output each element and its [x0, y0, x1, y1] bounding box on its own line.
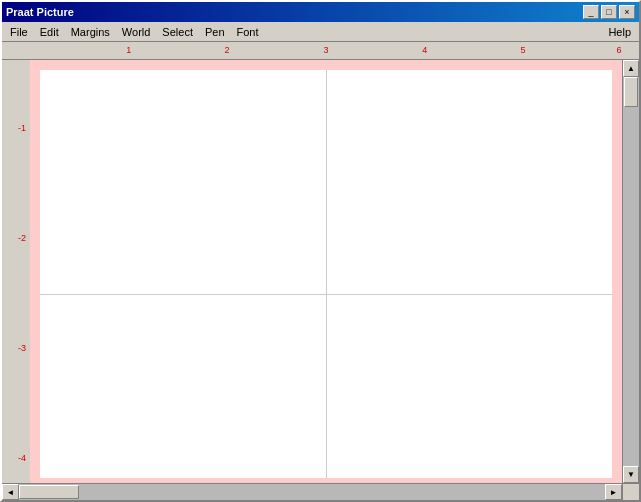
scroll-h-thumb[interactable]	[19, 485, 79, 499]
menu-file[interactable]: File	[4, 24, 34, 40]
scrollbar-horizontal: ◄ ►	[2, 484, 622, 500]
scroll-up-button[interactable]: ▲	[623, 60, 639, 77]
close-button[interactable]: ×	[619, 5, 635, 19]
ruler-top: 1 2 3 4 5 6	[2, 42, 639, 60]
menu-select[interactable]: Select	[156, 24, 199, 40]
ruler-top-tick-2: 2	[225, 45, 230, 55]
title-bar-controls: _ □ ×	[583, 5, 635, 19]
menu-help[interactable]: Help	[602, 24, 637, 40]
window-title: Praat Picture	[6, 6, 74, 18]
content-area: 1 2 3 4 5 6 -1 -2 -3 -4	[2, 42, 639, 500]
ruler-top-tick-1: 1	[126, 45, 131, 55]
scroll-v-track[interactable]	[623, 77, 639, 466]
grid-line-vertical	[326, 70, 327, 478]
menu-font[interactable]: Font	[231, 24, 265, 40]
maximize-button[interactable]: □	[601, 5, 617, 19]
menu-margins[interactable]: Margins	[65, 24, 116, 40]
scroll-right-button[interactable]: ►	[605, 484, 622, 500]
main-area: 1 2 3 4 5 6 -1 -2 -3 -4	[2, 42, 639, 500]
ruler-top-tick-3: 3	[323, 45, 328, 55]
ruler-left-tick-1: -1	[18, 123, 26, 133]
scrollbar-corner	[622, 484, 639, 500]
minimize-button[interactable]: _	[583, 5, 599, 19]
bottom-area: ◄ ►	[2, 483, 639, 500]
canvas-row: -1 -2 -3 -4 ▲	[2, 60, 639, 483]
scroll-down-button[interactable]: ▼	[623, 466, 639, 483]
menu-world[interactable]: World	[116, 24, 157, 40]
ruler-top-inner: 1 2 3 4 5 6	[30, 42, 622, 57]
ruler-top-tick-4: 4	[422, 45, 427, 55]
ruler-left-tick-3: -3	[18, 343, 26, 353]
ruler-left-tick-2: -2	[18, 233, 26, 243]
main-window: Praat Picture _ □ × File Edit Margins Wo…	[0, 0, 641, 502]
menu-edit[interactable]: Edit	[34, 24, 65, 40]
ruler-left: -1 -2 -3 -4	[2, 60, 30, 483]
ruler-top-tick-6: 6	[617, 45, 622, 55]
canvas-inner	[40, 70, 612, 478]
scroll-h-track[interactable]	[19, 484, 605, 500]
ruler-left-tick-4: -4	[18, 453, 26, 463]
grid-line-horizontal	[40, 294, 612, 295]
title-bar: Praat Picture _ □ ×	[2, 2, 639, 22]
menu-bar: File Edit Margins World Select Pen Font …	[2, 22, 639, 42]
menu-pen[interactable]: Pen	[199, 24, 231, 40]
scrollbar-vertical: ▲ ▼	[622, 60, 639, 483]
ruler-top-tick-5: 5	[521, 45, 526, 55]
drawing-canvas[interactable]	[30, 60, 622, 483]
scroll-v-thumb[interactable]	[624, 77, 638, 107]
scroll-left-button[interactable]: ◄	[2, 484, 19, 500]
